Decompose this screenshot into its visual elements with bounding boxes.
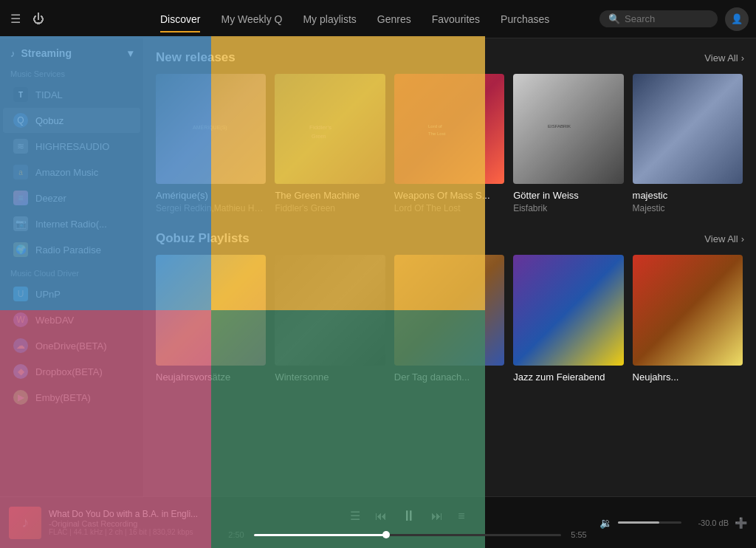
volume-db: -30.0 dB xyxy=(687,518,729,527)
svg-rect-6 xyxy=(156,255,211,310)
tab-weekly[interactable]: My Weekly Q xyxy=(212,7,291,31)
content-area: New releases View All › AMÉRIQUE(S) Amér… xyxy=(144,38,756,496)
progress-fill xyxy=(254,534,386,536)
tab-discover[interactable]: Discover xyxy=(151,7,209,31)
playlist-card-0[interactable]: Neujahrsvorsätze xyxy=(156,255,266,384)
album-artist-4: Majestic xyxy=(633,203,743,213)
album-art-4 xyxy=(633,74,743,184)
playlists-grid: Neujahrsvorsätze Wintersonne Der Tag dan… xyxy=(156,255,744,384)
search-box: 🔍 xyxy=(599,10,718,27)
nav-tabs: Discover My Weekly Q My playlists Genres… xyxy=(151,7,599,31)
progress-bar[interactable] xyxy=(254,534,561,536)
chevron-right-icon-2: › xyxy=(741,233,744,244)
svg-rect-9 xyxy=(211,310,267,366)
top-nav-left: ☰ ⏻ xyxy=(7,9,151,29)
progress-thumb xyxy=(382,531,390,538)
tab-genres[interactable]: Genres xyxy=(368,7,420,31)
tab-purchases[interactable]: Purchases xyxy=(492,7,558,31)
volume-up-button[interactable]: ➕ xyxy=(735,517,747,529)
volume-fill xyxy=(618,521,659,524)
menu-icon[interactable]: ☰ xyxy=(7,9,24,29)
volume-bar[interactable] xyxy=(618,521,681,524)
top-nav: ☰ ⏻ Discover My Weekly Q My playlists Ge… xyxy=(0,0,756,38)
user-avatar[interactable]: 👤 xyxy=(725,7,749,31)
qobuz-playlists-view-all[interactable]: View All › xyxy=(704,233,744,244)
svg-rect-8 xyxy=(156,310,211,366)
tab-favourites[interactable]: Favourites xyxy=(423,7,489,31)
tab-playlists[interactable]: My playlists xyxy=(294,7,365,31)
volume-controls: 🔉 -30.0 dB ➕ xyxy=(599,517,747,529)
album-card-4[interactable]: majestic Majestic xyxy=(633,74,743,213)
new-releases-view-all[interactable]: View All › xyxy=(704,52,744,64)
playlist-title-4: Neujahrs... xyxy=(633,371,743,383)
search-input[interactable] xyxy=(625,13,713,24)
playlist-art-0 xyxy=(156,255,266,365)
playlist-card-4[interactable]: Neujahrs... xyxy=(633,255,743,384)
volume-down-button[interactable]: 🔉 xyxy=(599,517,612,529)
main-layout: ♪ Streaming ▾ Music Services T TIDAL Q Q… xyxy=(0,38,756,496)
album-title-4: majestic xyxy=(633,190,743,201)
search-icon: 🔍 xyxy=(608,13,620,24)
playlist-art-4 xyxy=(633,255,743,365)
power-icon[interactable]: ⏻ xyxy=(30,10,47,29)
chevron-right-icon: › xyxy=(741,52,744,64)
svg-rect-7 xyxy=(211,255,267,310)
